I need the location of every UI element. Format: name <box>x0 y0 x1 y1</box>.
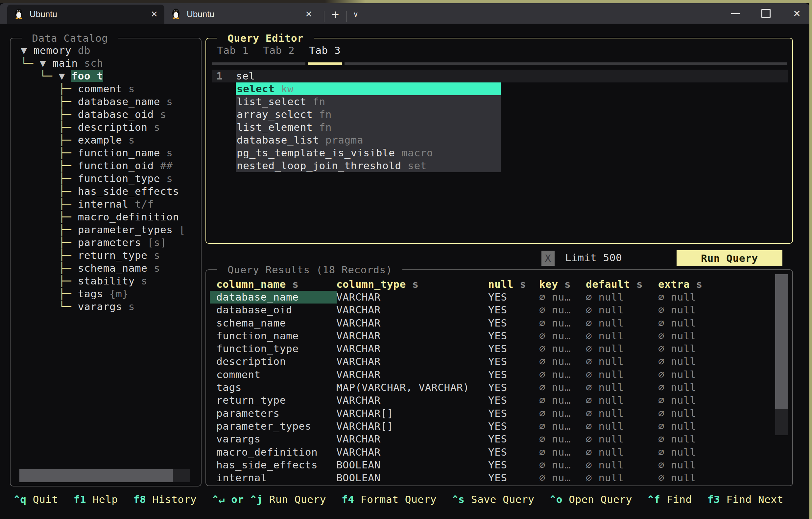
results-vertical-scrollbar[interactable] <box>775 274 788 435</box>
table-cell[interactable]: YES <box>488 355 507 368</box>
table-cell[interactable]: internal <box>216 471 267 484</box>
table-cell[interactable]: YES <box>488 291 507 304</box>
table-cell[interactable]: YES <box>488 459 507 471</box>
table-cell[interactable]: ∅ null <box>586 304 624 316</box>
tree-item-database_name[interactable]: ├─ database_name s <box>14 95 199 108</box>
tree-item-parameter_types[interactable]: ├─ parameter_types [ <box>14 223 199 236</box>
table-row-function_type[interactable]: function_typeVARCHARYES∅ nu…∅ null∅ null <box>205 342 793 355</box>
tree-item-main[interactable]: └─ ▼ main sch <box>14 57 199 70</box>
table-cell[interactable]: ∅ nu… <box>539 304 571 316</box>
autocomplete-item-database_list[interactable]: database_list pragma <box>236 134 501 147</box>
tree-item-label[interactable]: stability s <box>78 275 148 287</box>
table-row-macro_definition[interactable]: macro_definitionVARCHARYES∅ nu…∅ null∅ n… <box>205 446 793 459</box>
tree-item-label[interactable]: foo t <box>71 70 103 82</box>
scrollbar-thumb[interactable] <box>20 469 173 482</box>
table-cell[interactable]: ∅ null <box>586 471 624 484</box>
table-cell[interactable]: YES <box>488 330 507 342</box>
footer-action-open-query[interactable]: ^o Open Query <box>550 493 632 506</box>
tree-item-database_oid[interactable]: ├─ database_oid s <box>14 108 199 121</box>
tree-item-label[interactable]: macro_definition <box>78 211 179 223</box>
table-cell[interactable]: YES <box>488 407 507 420</box>
expand-arrow-icon[interactable]: ▼ <box>59 70 72 82</box>
tree-item-label[interactable]: memory db <box>33 44 90 56</box>
table-cell[interactable]: ∅ null <box>586 342 624 355</box>
close-tab-icon[interactable]: ✕ <box>305 9 312 19</box>
tree-item-label[interactable]: tags {m} <box>78 288 128 300</box>
footer-action-quit[interactable]: ^q Quit <box>14 493 58 506</box>
table-cell[interactable]: YES <box>488 446 507 459</box>
tree-item-macro_definition[interactable]: ├─ macro_definition <box>14 211 199 223</box>
table-row-internal[interactable]: internalBOOLEANYES∅ nu…∅ null∅ null <box>205 471 793 484</box>
autocomplete-item-list_element[interactable]: list_element fn <box>236 121 501 134</box>
limit-checkbox[interactable]: X <box>542 251 555 266</box>
table-cell[interactable]: VARCHAR <box>336 330 381 342</box>
tree-item-label[interactable]: description s <box>78 121 160 133</box>
footer-action-format-query[interactable]: f4 Format Query <box>342 493 437 506</box>
catalog-horizontal-scrollbar[interactable] <box>20 469 190 482</box>
results-header-key[interactable]: key s <box>539 278 571 291</box>
table-cell[interactable]: ∅ nu… <box>539 330 571 342</box>
table-cell[interactable]: ∅ null <box>658 394 696 407</box>
tree-item-label[interactable]: function_type s <box>78 173 173 184</box>
tree-item-return_type[interactable]: ├─ return_type s <box>14 249 199 262</box>
table-cell[interactable]: database_oid <box>216 304 292 316</box>
table-cell[interactable]: macro_definition <box>216 446 318 459</box>
table-cell[interactable]: ∅ nu… <box>539 446 571 459</box>
editor-tab-3[interactable]: Tab 3 <box>309 44 341 57</box>
table-cell[interactable]: ∅ null <box>658 355 696 368</box>
table-cell[interactable]: parameter_types <box>216 420 311 433</box>
footer-action-history[interactable]: f8 History <box>134 493 197 506</box>
table-cell[interactable]: ∅ null <box>658 471 696 484</box>
table-cell[interactable]: database_name <box>210 291 337 304</box>
tree-item-label[interactable]: parameter_types [ <box>78 224 186 236</box>
tree-item-label[interactable]: varargs s <box>78 301 135 312</box>
autocomplete-item-pg_ts_template_is_visible[interactable]: pg_ts_template_is_visible macro <box>236 147 501 159</box>
tree-item-varargs[interactable]: └─ varargs s <box>14 300 199 313</box>
footer-action-save-query[interactable]: ^s Save Query <box>452 493 534 506</box>
footer-action-run-query[interactable]: ^↵ or ^j Run Query <box>212 493 326 506</box>
tree-item-label[interactable]: database_oid s <box>78 109 167 120</box>
tree-item-function_oid[interactable]: ├─ function_oid ## <box>14 159 199 172</box>
results-header-extra[interactable]: extra s <box>658 278 702 291</box>
table-cell[interactable]: VARCHAR <box>336 304 381 316</box>
table-cell[interactable]: YES <box>488 420 507 433</box>
table-cell[interactable]: VARCHAR[] <box>336 420 393 433</box>
tree-item-label[interactable]: parameters [s] <box>78 237 167 248</box>
table-cell[interactable]: ∅ null <box>586 355 624 368</box>
tree-item-tags[interactable]: ├─ tags {m} <box>14 287 199 300</box>
table-cell[interactable]: BOOLEAN <box>336 471 381 484</box>
table-cell[interactable]: YES <box>488 381 507 394</box>
table-row-schema_name[interactable]: schema_nameVARCHARYES∅ nu…∅ null∅ null <box>205 317 793 330</box>
table-cell[interactable]: ∅ null <box>586 368 624 381</box>
table-cell[interactable]: ∅ null <box>658 433 696 446</box>
tab-dropdown-button[interactable]: ∨ <box>348 5 363 24</box>
table-cell[interactable]: comment <box>216 368 261 381</box>
tree-item-label[interactable]: comment s <box>78 83 135 95</box>
new-tab-button[interactable]: + <box>328 5 343 24</box>
editor-tab-1[interactable]: Tab 1 <box>217 44 249 57</box>
table-cell[interactable]: ∅ nu… <box>539 291 571 304</box>
table-cell[interactable]: ∅ null <box>658 459 696 471</box>
table-cell[interactable]: function_type <box>216 342 298 355</box>
editor-tab-2[interactable]: Tab 2 <box>263 44 295 57</box>
table-cell[interactable]: ∅ null <box>586 407 624 420</box>
table-cell[interactable]: VARCHAR <box>336 394 381 407</box>
tree-item-comment[interactable]: ├─ comment s <box>14 83 199 95</box>
expand-arrow-icon[interactable]: ▼ <box>40 57 53 69</box>
autocomplete-item-array_select[interactable]: array_select fn <box>236 108 501 121</box>
table-cell[interactable]: YES <box>488 394 507 407</box>
results-header-default[interactable]: default s <box>586 278 643 291</box>
table-cell[interactable]: YES <box>488 433 507 446</box>
table-row-parameters[interactable]: parametersVARCHAR[]YES∅ nu…∅ null∅ null <box>205 407 793 420</box>
footer-action-find-next[interactable]: f3 Find Next <box>707 493 783 506</box>
table-cell[interactable]: function_name <box>216 330 298 342</box>
table-cell[interactable]: YES <box>488 471 507 484</box>
table-cell[interactable]: YES <box>488 317 507 330</box>
scrollbar-track[interactable] <box>775 409 788 435</box>
table-cell[interactable]: ∅ null <box>658 342 696 355</box>
editor-text[interactable]: sel <box>236 70 255 83</box>
table-cell[interactable]: ∅ nu… <box>539 394 571 407</box>
tree-item-example[interactable]: ├─ example s <box>14 134 199 147</box>
autocomplete-item-list_select[interactable]: list_select fn <box>236 95 501 108</box>
table-cell[interactable]: ∅ null <box>658 407 696 420</box>
